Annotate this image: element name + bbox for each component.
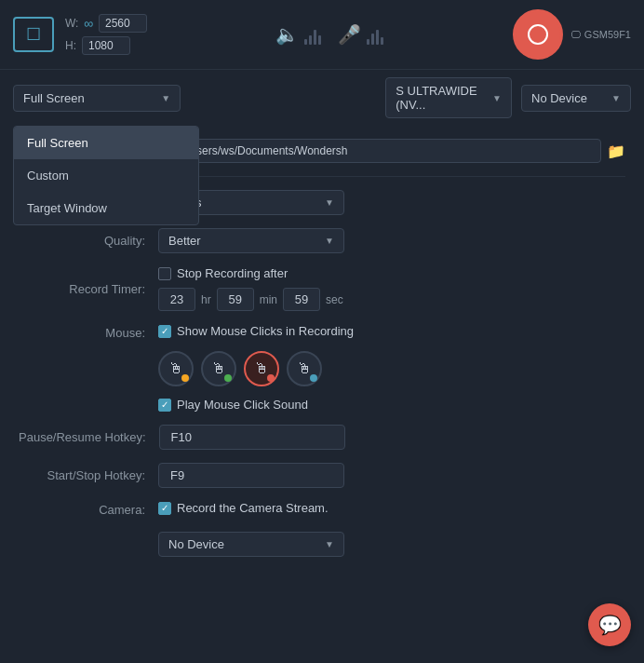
dot-blue xyxy=(310,374,317,382)
monitor-dropdown[interactable]: S ULTRAWIDE (NV... ▼ xyxy=(385,77,512,118)
bar3 xyxy=(314,30,316,45)
monitor-icon: ☐ xyxy=(13,17,54,52)
camera-control: ✓ Record the Camera Stream. No Device ▼ xyxy=(158,501,625,557)
minutes-input[interactable] xyxy=(217,288,254,311)
min-label: min xyxy=(260,293,277,306)
bar2 xyxy=(309,35,312,45)
monitor-screen-icon: 🖵 xyxy=(570,29,581,40)
record-timer-control: Stop Recording after hr min sec xyxy=(158,266,625,311)
bar1 xyxy=(304,39,307,45)
record-inner xyxy=(528,24,548,45)
pause-hotkey-label: Pause/Resume Hotkey: xyxy=(19,430,159,444)
quality-label: Quality: xyxy=(19,234,158,248)
camera-row: Camera: ✓ Record the Camera Stream. No D… xyxy=(19,501,625,557)
seconds-input[interactable] xyxy=(283,288,320,311)
quality-row: Quality: Better ▼ xyxy=(19,228,625,253)
mouse-label: Mouse: xyxy=(19,324,158,340)
start-hotkey-label: Start/Stop Hotkey: xyxy=(19,468,158,482)
play-sound-check: ✓ Play Mouse Click Sound xyxy=(158,398,308,412)
record-camera-check: ✓ Record the Camera Stream. xyxy=(158,501,329,515)
cursor-style-2[interactable]: 🖱 xyxy=(201,351,236,386)
top-controls: 🔈 🎤 xyxy=(158,23,502,46)
bar5 xyxy=(367,39,369,45)
menu-item-fullscreen[interactable]: Full Screen xyxy=(14,127,198,159)
speaker-group: 🔈 xyxy=(275,23,321,46)
speaker-bars xyxy=(304,24,321,45)
bar7 xyxy=(376,30,379,45)
dropdown-row: Full Screen ▼ Full Screen Custom Target … xyxy=(0,70,644,126)
start-hotkey-input[interactable] xyxy=(158,463,344,488)
dot-yellow xyxy=(181,374,189,382)
record-timer-label: Record Timer: xyxy=(19,282,158,296)
dimension-group: W: ∞ H: xyxy=(65,14,147,55)
screen-chevron-icon: ▼ xyxy=(161,93,170,103)
width-input[interactable] xyxy=(99,14,147,33)
screen-dropdown-menu: Full Screen Custom Target Window xyxy=(13,126,199,225)
mouse-control: ✓ Show Mouse Clicks in Recording 🖱 🖱 🖱 xyxy=(158,324,625,412)
monitor-display: 🖵 GSM59F1 xyxy=(570,29,631,40)
record-camera-label: Record the Camera Stream. xyxy=(177,501,329,515)
screen-mode-value: Full Screen xyxy=(23,91,85,105)
quality-chevron: ▼ xyxy=(325,236,334,246)
bar4 xyxy=(318,35,321,45)
h-label: H: xyxy=(65,39,78,52)
menu-item-custom[interactable]: Custom xyxy=(14,159,198,192)
stop-after-checkbox[interactable] xyxy=(158,267,171,280)
record-camera-checkbox[interactable]: ✓ xyxy=(158,502,171,515)
camera-device-value: No Device xyxy=(168,537,224,551)
record-section: 🖵 GSM59F1 xyxy=(513,9,631,60)
quality-value: Better xyxy=(168,234,201,248)
pause-hotkey-control xyxy=(159,425,625,450)
record-button[interactable] xyxy=(513,9,563,60)
audio-device-value: No Device xyxy=(531,91,587,105)
mic-group: 🎤 xyxy=(338,23,383,46)
cursor-style-1[interactable]: 🖱 xyxy=(158,351,194,386)
show-clicks-label: Show Mouse Clicks in Recording xyxy=(177,324,354,338)
start-hotkey-row: Start/Stop Hotkey: xyxy=(19,463,625,488)
play-sound-checkbox[interactable]: ✓ xyxy=(158,399,171,412)
menu-item-targetwindow[interactable]: Target Window xyxy=(14,192,198,224)
pause-hotkey-input[interactable] xyxy=(159,425,345,450)
frame-rate-chevron: ▼ xyxy=(325,197,334,208)
hours-input[interactable] xyxy=(158,288,195,311)
mouse-row: Mouse: ✓ Show Mouse Clicks in Recording … xyxy=(19,324,625,412)
cursor-options: 🖱 🖱 🖱 🖱 xyxy=(158,351,322,386)
quality-control: Better ▼ xyxy=(158,228,625,253)
cursor-style-3[interactable]: 🖱 xyxy=(244,351,279,386)
link-icon: ∞ xyxy=(84,16,93,31)
file-path-display: C:/Users/ws/Documents/Wondersh xyxy=(164,139,601,163)
camera-device-chevron: ▼ xyxy=(325,539,334,549)
monitor-name: GSM59F1 xyxy=(584,29,631,40)
quality-select[interactable]: Better ▼ xyxy=(158,228,344,253)
cursor-style-4[interactable]: 🖱 xyxy=(287,351,322,386)
height-input[interactable] xyxy=(82,36,130,55)
audio-device-dropdown[interactable]: No Device ▼ xyxy=(521,85,631,112)
mic-bars xyxy=(367,24,383,45)
stop-after-label: Stop Recording after xyxy=(177,266,288,280)
monitor-chevron-icon: ▼ xyxy=(492,93,502,103)
dot-green xyxy=(224,374,232,382)
show-clicks-check: ✓ Show Mouse Clicks in Recording xyxy=(158,324,354,338)
play-sound-label: Play Mouse Click Sound xyxy=(177,398,308,412)
bar8 xyxy=(381,37,383,45)
dot-red xyxy=(267,374,275,382)
monitor-value: S ULTRAWIDE (NV... xyxy=(396,84,485,112)
hr-label: hr xyxy=(201,293,211,306)
camera-device-select[interactable]: No Device ▼ xyxy=(158,532,344,557)
browse-folder-button[interactable]: 📁 xyxy=(607,142,625,160)
sec-label: sec xyxy=(326,293,343,306)
screen-mode-dropdown[interactable]: Full Screen ▼ xyxy=(13,85,181,112)
chat-bubble-button[interactable]: 💬 xyxy=(588,603,631,646)
speaker-icon: 🔈 xyxy=(275,23,299,46)
camera-label: Camera: xyxy=(19,501,158,517)
frame-rate-control: 25 fps ▼ xyxy=(158,190,625,215)
bar6 xyxy=(371,34,374,45)
timer-inputs: hr min sec xyxy=(158,288,343,311)
pause-hotkey-row: Pause/Resume Hotkey: xyxy=(19,425,625,450)
record-timer-row: Record Timer: Stop Recording after hr mi… xyxy=(19,266,625,311)
mic-icon: 🎤 xyxy=(338,23,361,46)
start-hotkey-control xyxy=(158,463,625,488)
w-label: W: xyxy=(65,17,78,30)
show-clicks-checkbox[interactable]: ✓ xyxy=(158,325,171,338)
top-bar: ☐ W: ∞ H: 🔈 🎤 xyxy=(0,0,644,70)
